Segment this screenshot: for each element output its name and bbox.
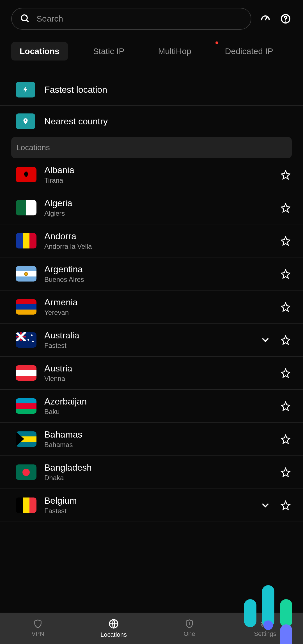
favorite-button[interactable] [279,301,292,313]
country-sub: Baku [44,408,272,416]
nearest-country-row[interactable]: Nearest country [0,106,303,137]
country-name: Bangladesh [44,462,272,473]
flag-icon [16,464,36,480]
flag-icon [16,200,36,215]
nav-one[interactable]: 1 One [152,613,227,644]
flag-icon [16,299,36,315]
tab-label: MultiHop [158,47,191,56]
country-row[interactable]: Andorra Andorra la Vella [0,224,303,257]
country-sub: Dhaka [44,474,272,482]
search-bar[interactable] [11,8,251,30]
country-sub: Andorra la Vella [44,243,272,250]
floating-widget-handle[interactable] [280,624,292,644]
flag-icon [16,233,36,248]
favorite-button[interactable] [279,400,292,412]
favorite-button[interactable] [279,202,292,214]
svg-line-2 [265,17,267,20]
country-row[interactable]: Azerbaijan Baku [0,390,303,423]
favorite-button[interactable] [279,235,292,247]
country-sub: Algiers [44,210,272,217]
country-row[interactable]: Bahamas Bahamas [0,423,303,456]
locations-section-header: Locations [11,137,292,158]
country-list: Albania Tirana Algeria Algiers [0,158,303,558]
favorite-button[interactable] [279,367,292,379]
expand-button[interactable] [259,499,272,512]
country-name: Andorra [44,231,272,241]
flag-icon [16,266,36,282]
nav-label: Locations [100,631,127,638]
tab-label: Dedicated IP [225,47,273,56]
country-sub: Bahamas [44,441,272,449]
svg-text:1: 1 [188,621,190,626]
flag-icon [16,398,36,414]
flag-icon [16,167,36,182]
tab-locations[interactable]: Locations [11,42,68,61]
flag-icon [16,332,36,348]
country-row[interactable]: Belgium Fastest [0,489,303,522]
new-dot-icon [215,41,218,44]
country-name: Bahamas [44,429,272,440]
country-name: Armenia [44,297,272,308]
country-name: Albania [44,165,272,175]
nav-label: One [183,630,195,638]
country-name: Azerbaijan [44,396,272,407]
country-name: Australia [44,330,251,341]
help-icon[interactable] [279,13,292,25]
svg-line-1 [27,20,29,22]
country-row[interactable]: Austria Vienna [0,357,303,390]
tab-multihop[interactable]: MultiHop [150,42,199,61]
country-row[interactable]: Algeria Algiers [0,191,303,224]
svg-point-4 [285,20,286,22]
country-name: Austria [44,363,272,374]
nav-vpn[interactable]: VPN [0,613,76,644]
favorite-button[interactable] [279,466,292,478]
pin-icon [16,113,35,129]
country-row[interactable]: Albania Tirana [0,158,303,191]
speed-icon[interactable] [259,13,272,25]
expand-button[interactable] [259,334,272,346]
country-name: Argentina [44,264,272,275]
favorite-button[interactable] [279,433,292,445]
nav-label: Settings [254,630,276,638]
favorite-button[interactable] [279,334,292,346]
flag-icon [16,431,36,447]
tab-label: Static IP [93,47,125,56]
nav-label: VPN [31,630,44,638]
fastest-location-label: Fastest location [44,85,107,95]
fastest-location-row[interactable]: Fastest location [0,74,303,106]
tab-label: Locations [20,47,59,56]
favorite-button[interactable] [279,169,292,181]
nearest-country-label: Nearest country [44,116,108,127]
category-tabs: Locations Static IP MultiHop Dedicated I… [0,30,303,61]
tab-static-ip[interactable]: Static IP [85,42,133,61]
country-row[interactable]: Armenia Yerevan [0,290,303,324]
favorite-button[interactable] [279,268,292,280]
search-icon [20,13,30,24]
country-name: Belgium [44,496,251,506]
flag-icon [16,365,36,381]
country-sub: Tirana [44,176,272,184]
country-sub: Vienna [44,375,272,383]
country-sub: Buenos Aires [44,276,272,283]
bolt-icon [16,82,35,97]
search-input[interactable] [36,14,243,24]
favorite-button[interactable] [279,499,292,512]
flag-icon [16,497,36,513]
country-name: Algeria [44,198,272,208]
country-row[interactable]: Bangladesh Dhaka [0,456,303,489]
floating-widget-icon[interactable] [244,585,292,627]
tab-dedicated-ip[interactable]: Dedicated IP [217,42,282,61]
country-sub: Fastest [44,507,251,515]
nav-locations[interactable]: Locations [76,613,152,644]
country-sub: Fastest [44,342,251,350]
country-row[interactable]: Argentina Buenos Aires [0,257,303,290]
svg-point-0 [21,15,27,21]
country-sub: Yerevan [44,309,272,317]
country-row[interactable]: Australia Fastest [0,324,303,357]
